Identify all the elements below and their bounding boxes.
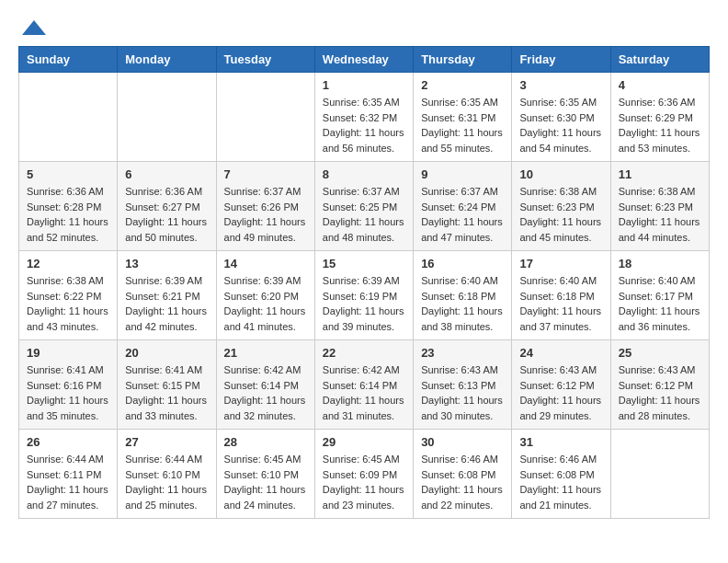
sunrise-text: Sunrise: 6:39 AM bbox=[323, 273, 405, 289]
day-info: Sunrise: 6:39 AMSunset: 6:21 PMDaylight:… bbox=[125, 273, 208, 334]
daylight-text: Daylight: 11 hours and 31 minutes. bbox=[323, 393, 405, 423]
day-info: Sunrise: 6:37 AMSunset: 6:26 PMDaylight:… bbox=[224, 184, 307, 245]
sunset-text: Sunset: 6:23 PM bbox=[619, 200, 701, 215]
calendar-cell: 5Sunrise: 6:36 AMSunset: 6:28 PMDaylight… bbox=[19, 162, 118, 251]
calendar-cell: 18Sunrise: 6:40 AMSunset: 6:17 PMDayligh… bbox=[610, 251, 709, 340]
sunrise-text: Sunrise: 6:43 AM bbox=[619, 362, 701, 378]
sunrise-text: Sunrise: 6:35 AM bbox=[323, 95, 405, 110]
day-info: Sunrise: 6:37 AMSunset: 6:25 PMDaylight:… bbox=[323, 184, 405, 245]
daylight-text: Daylight: 11 hours and 54 minutes. bbox=[519, 125, 602, 155]
calendar-week-row: 12Sunrise: 6:38 AMSunset: 6:22 PMDayligh… bbox=[19, 251, 710, 340]
day-number: 28 bbox=[224, 435, 307, 449]
sunrise-text: Sunrise: 6:37 AM bbox=[421, 184, 504, 200]
page-header bbox=[18, 18, 710, 37]
day-info: Sunrise: 6:46 AMSunset: 6:08 PMDaylight:… bbox=[421, 452, 504, 512]
day-number: 31 bbox=[519, 435, 602, 449]
calendar-cell: 25Sunrise: 6:43 AMSunset: 6:12 PMDayligh… bbox=[610, 340, 709, 430]
day-number: 11 bbox=[619, 167, 701, 181]
day-info: Sunrise: 6:40 AMSunset: 6:18 PMDaylight:… bbox=[519, 273, 602, 334]
sunset-text: Sunset: 6:23 PM bbox=[519, 200, 602, 215]
calendar-cell: 14Sunrise: 6:39 AMSunset: 6:20 PMDayligh… bbox=[216, 251, 314, 340]
calendar-cell: 15Sunrise: 6:39 AMSunset: 6:19 PMDayligh… bbox=[314, 251, 413, 340]
calendar-cell: 27Sunrise: 6:44 AMSunset: 6:10 PMDayligh… bbox=[118, 430, 216, 519]
logo-icon bbox=[20, 18, 48, 37]
sunset-text: Sunset: 6:10 PM bbox=[224, 467, 307, 483]
day-info: Sunrise: 6:43 AMSunset: 6:12 PMDaylight:… bbox=[519, 362, 602, 423]
calendar-cell bbox=[19, 73, 118, 162]
sunrise-text: Sunrise: 6:40 AM bbox=[619, 273, 701, 289]
calendar-cell: 11Sunrise: 6:38 AMSunset: 6:23 PMDayligh… bbox=[610, 162, 709, 251]
day-number: 27 bbox=[125, 435, 208, 449]
daylight-text: Daylight: 11 hours and 50 minutes. bbox=[125, 214, 208, 245]
calendar-cell: 8Sunrise: 6:37 AMSunset: 6:25 PMDaylight… bbox=[314, 162, 413, 251]
day-info: Sunrise: 6:46 AMSunset: 6:08 PMDaylight:… bbox=[519, 452, 602, 512]
daylight-text: Daylight: 11 hours and 25 minutes. bbox=[125, 482, 208, 512]
calendar-cell: 31Sunrise: 6:46 AMSunset: 6:08 PMDayligh… bbox=[512, 430, 610, 519]
weekday-header: Thursday bbox=[414, 47, 512, 73]
day-info: Sunrise: 6:39 AMSunset: 6:19 PMDaylight:… bbox=[323, 273, 405, 334]
calendar-cell: 10Sunrise: 6:38 AMSunset: 6:23 PMDayligh… bbox=[512, 162, 610, 251]
day-info: Sunrise: 6:41 AMSunset: 6:15 PMDaylight:… bbox=[125, 362, 208, 423]
day-number: 25 bbox=[619, 346, 701, 360]
calendar-cell: 30Sunrise: 6:46 AMSunset: 6:08 PMDayligh… bbox=[414, 430, 512, 519]
sunset-text: Sunset: 6:24 PM bbox=[421, 200, 504, 215]
day-number: 14 bbox=[224, 257, 307, 270]
day-info: Sunrise: 6:40 AMSunset: 6:18 PMDaylight:… bbox=[421, 273, 504, 334]
day-number: 7 bbox=[224, 167, 307, 181]
day-info: Sunrise: 6:45 AMSunset: 6:10 PMDaylight:… bbox=[224, 452, 307, 512]
day-number: 24 bbox=[519, 346, 602, 360]
calendar-cell: 12Sunrise: 6:38 AMSunset: 6:22 PMDayligh… bbox=[19, 251, 118, 340]
calendar-table: SundayMondayTuesdayWednesdayThursdayFrid… bbox=[18, 46, 710, 519]
calendar-cell bbox=[610, 430, 709, 519]
sunset-text: Sunset: 6:25 PM bbox=[323, 200, 405, 215]
day-info: Sunrise: 6:35 AMSunset: 6:31 PMDaylight:… bbox=[421, 95, 504, 155]
day-number: 8 bbox=[323, 167, 405, 181]
sunset-text: Sunset: 6:12 PM bbox=[519, 378, 602, 394]
day-info: Sunrise: 6:41 AMSunset: 6:16 PMDaylight:… bbox=[27, 362, 109, 423]
calendar-cell: 21Sunrise: 6:42 AMSunset: 6:14 PMDayligh… bbox=[216, 340, 314, 430]
daylight-text: Daylight: 11 hours and 41 minutes. bbox=[224, 304, 307, 334]
daylight-text: Daylight: 11 hours and 23 minutes. bbox=[323, 482, 405, 512]
daylight-text: Daylight: 11 hours and 32 minutes. bbox=[224, 393, 307, 423]
calendar-header-row: SundayMondayTuesdayWednesdayThursdayFrid… bbox=[19, 47, 710, 73]
weekday-header: Friday bbox=[512, 47, 610, 73]
sunset-text: Sunset: 6:28 PM bbox=[27, 200, 109, 215]
weekday-header: Tuesday bbox=[216, 47, 314, 73]
sunrise-text: Sunrise: 6:43 AM bbox=[519, 362, 602, 378]
day-number: 26 bbox=[27, 435, 109, 449]
sunset-text: Sunset: 6:09 PM bbox=[323, 467, 405, 483]
calendar-cell: 4Sunrise: 6:36 AMSunset: 6:29 PMDaylight… bbox=[610, 73, 709, 162]
sunrise-text: Sunrise: 6:40 AM bbox=[421, 273, 504, 289]
day-number: 19 bbox=[27, 346, 109, 360]
calendar-cell: 7Sunrise: 6:37 AMSunset: 6:26 PMDaylight… bbox=[216, 162, 314, 251]
weekday-header: Monday bbox=[118, 47, 216, 73]
day-number: 30 bbox=[421, 435, 504, 449]
daylight-text: Daylight: 11 hours and 53 minutes. bbox=[619, 125, 701, 155]
day-info: Sunrise: 6:37 AMSunset: 6:24 PMDaylight:… bbox=[421, 184, 504, 245]
sunset-text: Sunset: 6:30 PM bbox=[519, 110, 602, 126]
daylight-text: Daylight: 11 hours and 36 minutes. bbox=[619, 304, 701, 334]
calendar-cell bbox=[118, 73, 216, 162]
sunset-text: Sunset: 6:20 PM bbox=[224, 289, 307, 304]
sunset-text: Sunset: 6:15 PM bbox=[125, 378, 208, 394]
calendar-cell: 26Sunrise: 6:44 AMSunset: 6:11 PMDayligh… bbox=[19, 430, 118, 519]
calendar-cell: 28Sunrise: 6:45 AMSunset: 6:10 PMDayligh… bbox=[216, 430, 314, 519]
calendar-cell: 9Sunrise: 6:37 AMSunset: 6:24 PMDaylight… bbox=[414, 162, 512, 251]
weekday-header: Saturday bbox=[610, 47, 709, 73]
day-number: 1 bbox=[323, 78, 405, 92]
day-number: 16 bbox=[421, 257, 504, 270]
daylight-text: Daylight: 11 hours and 24 minutes. bbox=[224, 482, 307, 512]
calendar-week-row: 26Sunrise: 6:44 AMSunset: 6:11 PMDayligh… bbox=[19, 430, 710, 519]
sunset-text: Sunset: 6:21 PM bbox=[125, 289, 208, 304]
day-info: Sunrise: 6:38 AMSunset: 6:23 PMDaylight:… bbox=[519, 184, 602, 245]
day-number: 21 bbox=[224, 346, 307, 360]
daylight-text: Daylight: 11 hours and 33 minutes. bbox=[125, 393, 208, 423]
sunset-text: Sunset: 6:10 PM bbox=[125, 467, 208, 483]
sunrise-text: Sunrise: 6:44 AM bbox=[27, 452, 109, 467]
daylight-text: Daylight: 11 hours and 37 minutes. bbox=[519, 304, 602, 334]
day-number: 9 bbox=[421, 167, 504, 181]
daylight-text: Daylight: 11 hours and 30 minutes. bbox=[421, 393, 504, 423]
calendar-cell: 17Sunrise: 6:40 AMSunset: 6:18 PMDayligh… bbox=[512, 251, 610, 340]
daylight-text: Daylight: 11 hours and 29 minutes. bbox=[519, 393, 602, 423]
sunrise-text: Sunrise: 6:41 AM bbox=[27, 362, 109, 378]
